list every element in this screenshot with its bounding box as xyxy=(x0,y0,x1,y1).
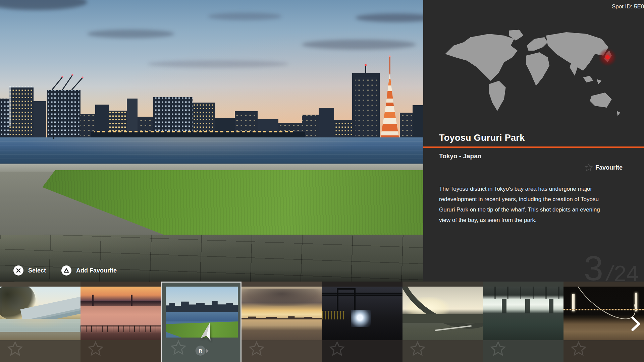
railing xyxy=(80,325,161,332)
park-ground xyxy=(0,164,423,235)
spot-counter: 3 / 24 xyxy=(584,251,639,286)
favourite-star-icon xyxy=(585,164,593,172)
yellow-fence xyxy=(322,311,345,319)
info-panel: Spot ID: 5E0I Toyosu Guru xyxy=(423,0,644,282)
world-map xyxy=(440,29,625,119)
garage-pillars xyxy=(483,299,564,313)
thumbnail-photo xyxy=(80,287,161,340)
button-hints: Select Add Favourite xyxy=(13,265,117,276)
pipes xyxy=(322,293,402,296)
favourite-star-icon xyxy=(249,341,264,357)
favourite-label: Favourite xyxy=(595,164,623,171)
thumbnail-photo xyxy=(322,287,402,340)
scapes-spot-screen: Select Add Favourite Spot ID: 5E0I xyxy=(0,0,644,362)
retaining-wall xyxy=(402,314,483,323)
cloud xyxy=(87,29,174,38)
thumbnail-toyosu-park-selected[interactable]: R xyxy=(161,282,241,362)
thumbnail-photo xyxy=(0,287,80,340)
bay-water xyxy=(166,312,238,321)
thumbnail-parking-garage[interactable] xyxy=(483,282,564,362)
thumbnail-photo xyxy=(564,287,644,340)
add-favourite-control[interactable]: Add Favourite xyxy=(61,265,117,276)
water xyxy=(0,319,80,332)
bridge-deck-lights xyxy=(564,309,644,310)
city-silhouette xyxy=(241,315,322,319)
tokyo-skyline xyxy=(0,48,423,139)
triangle-button-icon xyxy=(61,265,71,276)
grass-field xyxy=(0,170,423,235)
ceiling-beams xyxy=(483,287,564,299)
spot-location: Tokyo - Japan xyxy=(439,153,481,160)
thumbnail-odaiba-beach-sunset[interactable] xyxy=(241,282,322,362)
select-label: Select xyxy=(28,267,46,274)
thumbnail-sunset-bay-rainbow-bridge[interactable] xyxy=(80,282,161,362)
favourite-star-icon xyxy=(88,341,103,357)
favourite-toggle[interactable]: Favourite xyxy=(585,164,623,172)
add-favourite-label: Add Favourite xyxy=(76,267,117,274)
favourite-star-icon xyxy=(7,341,23,357)
counter-separator: / xyxy=(606,262,612,284)
r-shoulder-badge: R xyxy=(196,346,206,356)
map-marker xyxy=(605,55,610,60)
bridge-tower xyxy=(131,295,132,306)
thumbnail-photo xyxy=(483,287,564,340)
thumbnail-industrial-plant-night[interactable] xyxy=(322,282,402,362)
thumbnail-photo xyxy=(241,287,322,340)
favourite-star-icon xyxy=(571,341,586,357)
spot-id: Spot ID: 5E0I xyxy=(612,3,644,10)
spot-description: The Toyosu district in Tokyo's bay area … xyxy=(439,184,624,225)
favourite-star-icon xyxy=(171,340,186,356)
favourite-star-icon xyxy=(329,341,345,357)
dark-clouds xyxy=(241,289,322,306)
cross-button-icon xyxy=(13,265,23,276)
pointer-cursor xyxy=(200,322,215,343)
thumbnail-strip: R xyxy=(0,282,644,362)
thumbnail-highway-loop-sunset[interactable] xyxy=(402,282,483,362)
bridge-tower xyxy=(92,295,94,306)
favourite-star-icon xyxy=(490,341,506,357)
spot-title: Toyosu Gururi Park xyxy=(439,133,525,143)
next-page-chevron-icon[interactable] xyxy=(630,316,641,331)
thumbnail-sunrise-highway-bridge[interactable] xyxy=(0,282,80,362)
bay-water xyxy=(0,137,423,164)
favourite-star-icon xyxy=(410,341,425,357)
city-skyline xyxy=(166,301,238,312)
select-control[interactable]: Select xyxy=(13,265,46,276)
thumbnail-photo xyxy=(402,287,483,340)
waterfront-mast xyxy=(53,107,54,139)
accent-divider xyxy=(423,146,644,148)
main-photo: Select Add Favourite xyxy=(0,0,423,282)
vending-machine-light xyxy=(351,310,371,327)
cloud xyxy=(208,13,282,20)
counter-current: 3 xyxy=(584,251,603,286)
r-badge-arrow-icon xyxy=(206,349,209,353)
